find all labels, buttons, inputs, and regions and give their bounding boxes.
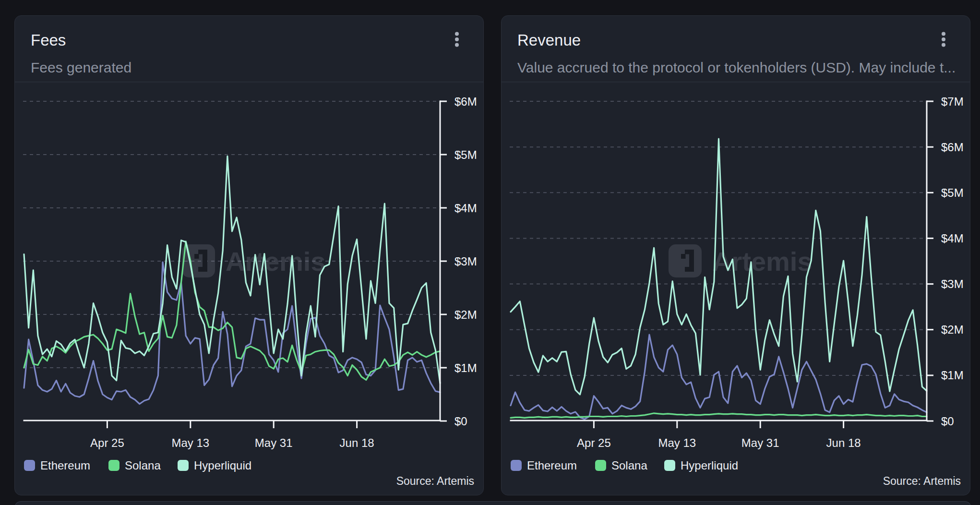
- svg-text:Solana: Solana: [611, 459, 647, 472]
- svg-text:$4M: $4M: [454, 202, 477, 215]
- svg-text:May 31: May 31: [741, 436, 779, 449]
- svg-text:Value accrued to the protocol: Value accrued to the protocol or tokenho…: [517, 60, 956, 75]
- svg-text:Hyperliquid: Hyperliquid: [194, 459, 251, 472]
- svg-text:$4M: $4M: [941, 232, 964, 245]
- svg-text:$0: $0: [941, 415, 954, 428]
- svg-text:$2M: $2M: [941, 323, 964, 336]
- svg-text:$2M: $2M: [454, 308, 477, 321]
- svg-text:Jun 18: Jun 18: [826, 436, 861, 449]
- svg-text:Revenue: Revenue: [517, 31, 581, 49]
- svg-text:Artemis: Artemis: [712, 246, 813, 277]
- svg-text:Hyperliquid: Hyperliquid: [681, 459, 738, 472]
- svg-text:Source: Artemis: Source: Artemis: [883, 475, 961, 487]
- svg-text:Apr 25: Apr 25: [90, 436, 124, 449]
- svg-text:May 13: May 13: [171, 436, 209, 449]
- svg-text:Ethereum: Ethereum: [527, 459, 577, 472]
- svg-text:$6M: $6M: [454, 95, 477, 108]
- svg-text:Apr 25: Apr 25: [577, 436, 611, 449]
- svg-text:Fees generated: Fees generated: [31, 60, 131, 75]
- svg-text:May 31: May 31: [255, 436, 293, 449]
- svg-text:Artemis: Artemis: [226, 246, 326, 277]
- svg-text:$0: $0: [454, 415, 467, 428]
- svg-text:Solana: Solana: [125, 459, 161, 472]
- svg-text:$5M: $5M: [941, 186, 964, 199]
- svg-text:May 13: May 13: [658, 436, 696, 449]
- svg-text:$3M: $3M: [941, 277, 964, 290]
- svg-text:Fees: Fees: [31, 31, 66, 49]
- svg-text:Ethereum: Ethereum: [40, 459, 90, 472]
- svg-text:$7M: $7M: [941, 95, 964, 108]
- svg-text:Jun 18: Jun 18: [340, 436, 374, 449]
- svg-text:$1M: $1M: [941, 369, 964, 382]
- svg-text:Source: Artemis: Source: Artemis: [396, 475, 474, 487]
- svg-text:$1M: $1M: [454, 361, 477, 374]
- svg-text:$3M: $3M: [454, 255, 477, 268]
- svg-text:$6M: $6M: [941, 141, 964, 154]
- svg-text:$5M: $5M: [454, 148, 477, 161]
